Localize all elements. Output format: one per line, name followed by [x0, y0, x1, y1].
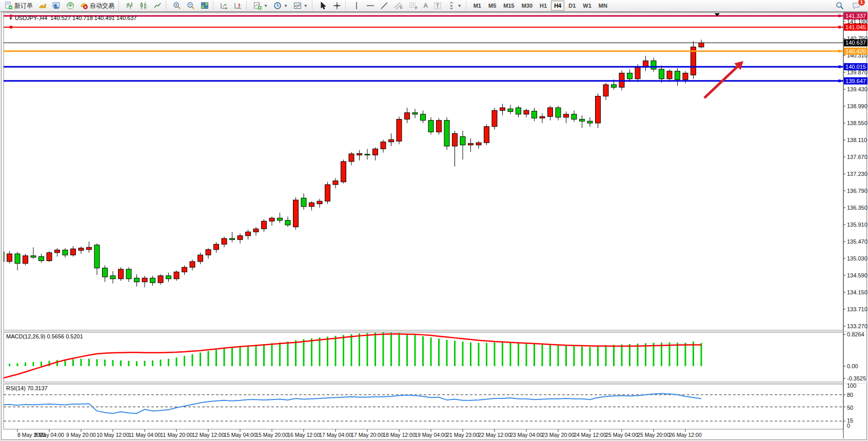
candle-up [214, 244, 219, 250]
indicators-button[interactable]: ▼ [251, 0, 270, 11]
time-tick-label: 17 May 04:00 [319, 432, 352, 438]
notifications-button[interactable]: 1 [850, 0, 863, 11]
timeframe-mn[interactable]: MN [596, 1, 610, 11]
svg-text:T: T [436, 3, 439, 9]
time-tick-label: 16 May 12:00 [287, 432, 320, 438]
bar-chart-button[interactable] [123, 0, 136, 11]
chart-shift-button[interactable] [231, 0, 245, 11]
chart-canvas[interactable]: 141.190140.750140.310139.870139.430138.9… [2, 12, 867, 440]
equidistant-channel-tool-button[interactable]: E [391, 0, 406, 11]
price-tick-label: 134.590 [847, 272, 867, 278]
candle-down [412, 113, 418, 114]
rsi-tick-label: 80 [847, 392, 853, 398]
timeframe-m5[interactable]: M5 [485, 1, 499, 11]
candle-down [571, 114, 577, 119]
toolbar-separator [166, 1, 169, 10]
rsi-indicator-label: RSI(14) 70.3137 [6, 385, 48, 391]
autoscroll-button[interactable] [218, 0, 231, 11]
timeframe-h4[interactable]: H4 [551, 1, 564, 11]
bar-chart-icon [126, 2, 134, 10]
search-button[interactable] [833, 0, 846, 11]
candle-up [397, 119, 402, 142]
notification-badge: 1 [858, 0, 865, 6]
price-tag-label: 141.337 [845, 13, 866, 19]
candle-down [460, 136, 465, 145]
candle-up [699, 43, 704, 47]
tile-windows-button[interactable] [198, 0, 211, 11]
candle-up [357, 153, 362, 155]
text-label-tool-button[interactable]: T [431, 0, 444, 11]
candle-down [2, 252, 4, 262]
candle-down [365, 154, 370, 155]
price-tag-label: 139.647 [845, 78, 866, 84]
autotrading-icon [80, 2, 88, 10]
price-tick-label: 137.230 [847, 171, 867, 177]
timeframe-d1[interactable]: D1 [565, 1, 579, 11]
horizontal-line-icon [366, 2, 374, 10]
timeframe-group: M1M5M15M30H1H4D1W1MN [470, 1, 610, 11]
candle-up [309, 203, 314, 207]
time-tick-label: 12 May 12:00 [192, 432, 225, 438]
candle-down [611, 85, 617, 87]
candle-up [55, 250, 60, 253]
vertical-line-tool-button[interactable] [350, 0, 363, 11]
time-tick-label: 23 May 04:00 [510, 432, 543, 438]
cursor-tool-button[interactable] [317, 0, 330, 11]
candlestick-chart-button[interactable] [137, 0, 150, 11]
timeframe-m15[interactable]: M15 [500, 1, 517, 11]
timeframe-m30[interactable]: M30 [519, 1, 536, 11]
zoom-in-button[interactable] [170, 0, 184, 11]
main-toolbar: 新订单 自动交易 [0, 0, 868, 12]
time-tick-label: 9 May 04:00 [34, 432, 64, 438]
time-tick-label: 22 May 12:00 [478, 432, 511, 438]
timeframe-m1[interactable]: M1 [470, 1, 484, 11]
price-tick-label: 135.470 [847, 238, 867, 245]
candle-down [110, 276, 115, 279]
zoom-out-button[interactable] [184, 0, 198, 11]
line-handle[interactable] [838, 14, 841, 17]
candle-down [166, 276, 171, 279]
trendline-tool-button[interactable] [378, 0, 391, 11]
line-handle[interactable] [838, 79, 841, 82]
candle-down [94, 245, 100, 268]
candlestick-chart-icon [140, 2, 148, 10]
market-button[interactable] [36, 0, 49, 11]
horizontal-line-tool-button[interactable] [364, 0, 377, 11]
line-handle[interactable] [838, 26, 841, 28]
line-handle[interactable] [10, 26, 12, 28]
candle-up [206, 250, 211, 255]
autotrading-button[interactable]: 自动交易 [77, 0, 117, 11]
crosshair-tool-button[interactable] [330, 0, 344, 11]
candle-up [468, 144, 474, 145]
timeframe-h1[interactable]: H1 [537, 1, 550, 11]
candle-up [596, 96, 601, 124]
line-chart-button[interactable] [151, 0, 164, 11]
main-pane[interactable] [4, 13, 843, 330]
profile-button[interactable] [50, 0, 63, 11]
candle-down [134, 278, 140, 282]
toolbar-separator [345, 1, 348, 10]
candle-up [341, 162, 346, 182]
candle-down [421, 114, 426, 121]
new-order-button[interactable]: 新订单 [2, 0, 35, 11]
candle-up [540, 116, 545, 118]
candle-up [71, 249, 76, 255]
templates-button[interactable]: ▼ [291, 0, 310, 11]
line-handle[interactable] [838, 66, 841, 68]
candle-down [103, 268, 108, 277]
text-tool-button[interactable]: A [421, 0, 430, 11]
candle-up [389, 139, 394, 142]
periods-button[interactable]: ▼ [271, 0, 290, 11]
candle-down [63, 250, 68, 255]
fibonacci-tool-button[interactable]: F [406, 0, 421, 11]
price-tick-label: 138.550 [847, 120, 867, 126]
candle-up [484, 127, 489, 143]
price-tick-label: 135.910 [847, 222, 867, 228]
arrows-tool-button[interactable]: ▼ [445, 0, 464, 11]
candle-up [293, 200, 299, 227]
line-handle[interactable] [838, 50, 841, 52]
timeframe-w1[interactable]: W1 [580, 1, 595, 11]
signals-button[interactable] [64, 0, 77, 11]
candle-up [198, 255, 203, 262]
chart-window[interactable]: 141.190140.750140.310139.870139.430138.9… [1, 12, 867, 440]
